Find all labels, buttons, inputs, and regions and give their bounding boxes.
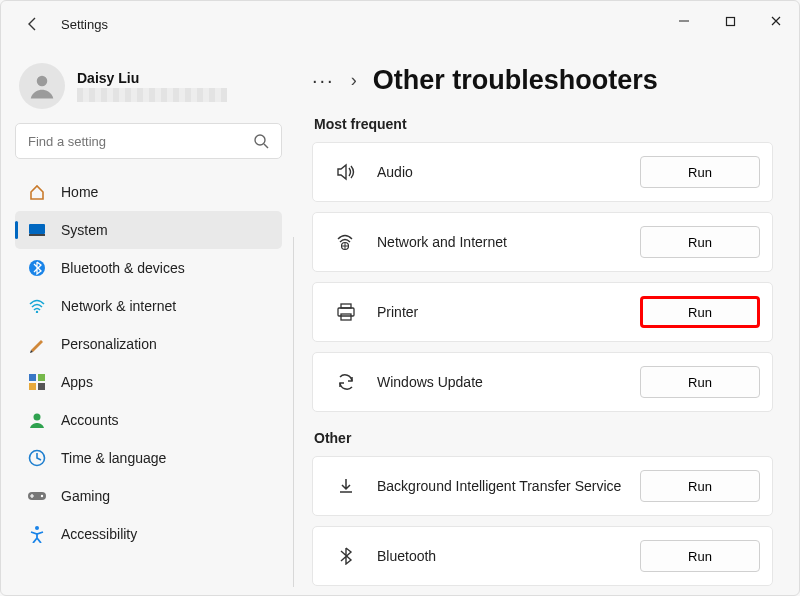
profile-name: Daisy Liu (77, 70, 227, 86)
sidebar-item-label: Personalization (61, 336, 157, 352)
troubleshooter-label: Printer (377, 304, 640, 320)
breadcrumb: ··· › Other troubleshooters (312, 65, 773, 96)
troubleshooter-bits[interactable]: Background Intelligent Transfer Service … (312, 456, 773, 516)
bluetooth-icon (333, 547, 359, 565)
svg-rect-9 (29, 374, 36, 381)
update-sync-icon (333, 373, 359, 391)
sidebar-item-label: Apps (61, 374, 93, 390)
main-content: ··· › Other troubleshooters Most frequen… (296, 47, 799, 596)
avatar-icon (27, 71, 57, 101)
back-button[interactable] (21, 12, 45, 36)
printer-icon (333, 303, 359, 321)
svg-point-8 (36, 311, 38, 313)
profile-subtext-redacted (77, 88, 227, 102)
troubleshooter-label: Network and Internet (377, 234, 640, 250)
sidebar-item-bluetooth[interactable]: Bluetooth & devices (15, 249, 282, 287)
home-icon (27, 182, 47, 202)
search-icon (253, 133, 269, 149)
run-button-bluetooth[interactable]: Run (640, 540, 760, 572)
maximize-button[interactable] (707, 1, 753, 41)
window-title: Settings (61, 17, 108, 32)
svg-point-17 (35, 526, 39, 530)
troubleshooter-bluetooth[interactable]: Bluetooth Run (312, 526, 773, 586)
time-language-icon (27, 448, 47, 468)
sidebar-item-label: Accounts (61, 412, 119, 428)
svg-rect-11 (29, 383, 36, 390)
sidebar-item-time-language[interactable]: Time & language (15, 439, 282, 477)
sidebar-item-apps[interactable]: Apps (15, 363, 282, 401)
apps-icon (27, 372, 47, 392)
svg-rect-1 (726, 17, 734, 25)
sidebar-item-accounts[interactable]: Accounts (15, 401, 282, 439)
svg-point-16 (41, 495, 43, 497)
network-icon (27, 296, 47, 316)
run-button-audio[interactable]: Run (640, 156, 760, 188)
sidebar-item-label: Gaming (61, 488, 110, 504)
search-box[interactable] (15, 123, 282, 159)
svg-line-4 (264, 144, 268, 148)
run-button-network[interactable]: Run (640, 226, 760, 258)
sidebar-item-system[interactable]: System (15, 211, 282, 249)
svg-rect-21 (341, 314, 351, 320)
nav-list: Home System Bluetooth & devices Network … (15, 173, 282, 553)
svg-rect-6 (29, 234, 45, 236)
back-arrow-icon (25, 16, 41, 32)
troubleshooter-label: Background Intelligent Transfer Service (377, 478, 640, 494)
sidebar-divider (293, 237, 294, 587)
run-button-printer[interactable]: Run (640, 296, 760, 328)
sidebar-item-accessibility[interactable]: Accessibility (15, 515, 282, 553)
sidebar-item-label: Accessibility (61, 526, 137, 542)
sidebar-item-gaming[interactable]: Gaming (15, 477, 282, 515)
bluetooth-icon (27, 258, 47, 278)
svg-rect-5 (29, 224, 45, 234)
audio-icon (333, 163, 359, 181)
maximize-icon (725, 16, 736, 27)
svg-point-2 (37, 76, 48, 87)
troubleshooter-audio[interactable]: Audio Run (312, 142, 773, 202)
svg-rect-10 (38, 374, 45, 381)
sidebar-item-network[interactable]: Network & internet (15, 287, 282, 325)
svg-point-3 (255, 135, 265, 145)
svg-point-13 (34, 414, 41, 421)
personalization-icon (27, 334, 47, 354)
search-input[interactable] (28, 134, 253, 149)
minimize-button[interactable] (661, 1, 707, 41)
sidebar-item-label: Bluetooth & devices (61, 260, 185, 276)
minimize-icon (678, 15, 690, 27)
accounts-icon (27, 410, 47, 430)
sidebar-item-home[interactable]: Home (15, 173, 282, 211)
wifi-globe-icon (333, 233, 359, 251)
section-header-most-frequent: Most frequent (314, 116, 773, 132)
svg-rect-12 (38, 383, 45, 390)
profile-block[interactable]: Daisy Liu (19, 63, 282, 109)
gaming-icon (27, 486, 47, 506)
breadcrumb-more-icon[interactable]: ··· (312, 69, 335, 92)
sidebar-item-label: Network & internet (61, 298, 176, 314)
troubleshooter-windows-update[interactable]: Windows Update Run (312, 352, 773, 412)
sidebar-item-personalization[interactable]: Personalization (15, 325, 282, 363)
sidebar-item-label: Time & language (61, 450, 166, 466)
troubleshooter-label: Bluetooth (377, 548, 640, 564)
troubleshooter-label: Windows Update (377, 374, 640, 390)
troubleshooter-printer[interactable]: Printer Run (312, 282, 773, 342)
run-button-bits[interactable]: Run (640, 470, 760, 502)
sidebar-item-label: System (61, 222, 108, 238)
page-title: Other troubleshooters (373, 65, 658, 96)
system-icon (27, 220, 47, 240)
close-icon (770, 15, 782, 27)
chevron-right-icon: › (351, 70, 357, 91)
accessibility-icon (27, 524, 47, 544)
sidebar: Daisy Liu Home System Bluetooth & device… (1, 47, 296, 596)
sidebar-item-label: Home (61, 184, 98, 200)
section-header-other: Other (314, 430, 773, 446)
run-button-windows-update[interactable]: Run (640, 366, 760, 398)
window-controls (661, 1, 799, 41)
troubleshooter-network[interactable]: Network and Internet Run (312, 212, 773, 272)
troubleshooter-label: Audio (377, 164, 640, 180)
close-button[interactable] (753, 1, 799, 41)
download-icon (333, 477, 359, 495)
avatar (19, 63, 65, 109)
